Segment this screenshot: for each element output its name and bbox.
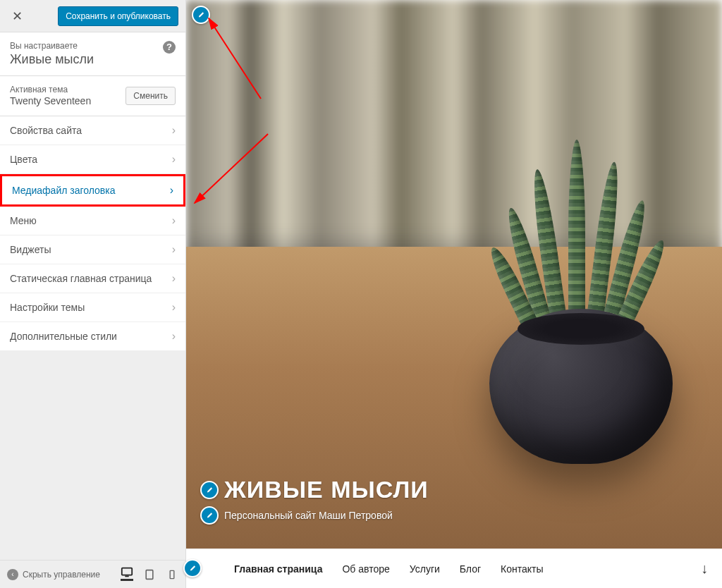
chevron-right-icon: › xyxy=(172,301,176,314)
edit-menu-button[interactable] xyxy=(183,559,202,577)
nav-item-label: Меню xyxy=(10,215,37,226)
svg-rect-1 xyxy=(125,576,128,577)
mobile-preview-icon[interactable] xyxy=(166,568,178,581)
menu-link-2[interactable]: Услуги xyxy=(410,563,440,575)
customizer-nav: Свойства сайта›Цвета›Медиафайл заголовка… xyxy=(0,116,185,351)
nav-item-label: Виджеты xyxy=(10,244,51,255)
chevron-right-icon: › xyxy=(172,272,176,285)
nav-item-label: Настройки темы xyxy=(10,302,85,313)
nav-item-label: Свойства сайта xyxy=(10,125,82,136)
tablet-preview-icon[interactable] xyxy=(143,568,156,581)
active-theme-section: Активная тема Twenty Seventeen Сменить xyxy=(0,76,185,116)
customizing-section: Вы настраиваете Живые мысли ? xyxy=(0,32,185,76)
sidebar-header: ✕ Сохранить и опубликовать xyxy=(0,0,185,32)
nav-item-label: Медиафайл заголовка xyxy=(12,185,116,196)
customizing-label: Вы настраиваете xyxy=(10,41,176,51)
close-button[interactable]: ✕ xyxy=(7,6,27,26)
active-theme-label: Активная тема xyxy=(10,85,91,94)
menu-link-3[interactable]: Блог xyxy=(460,563,481,575)
desktop-preview-icon[interactable] xyxy=(121,568,133,581)
chevron-right-icon: › xyxy=(172,243,176,256)
nav-item-2[interactable]: Медиафайл заголовка› xyxy=(0,174,185,207)
nav-item-3[interactable]: Меню› xyxy=(0,207,185,235)
change-theme-button[interactable]: Сменить xyxy=(126,87,176,105)
menu-link-1[interactable]: Об авторе xyxy=(342,563,389,575)
nav-item-6[interactable]: Настройки темы› xyxy=(0,293,185,322)
nav-item-label: Цвета xyxy=(10,154,37,165)
chevron-right-icon: › xyxy=(172,153,176,166)
pot-decoration xyxy=(489,309,673,464)
nav-item-label: Статическая главная страница xyxy=(10,273,152,284)
hero-background-image xyxy=(186,0,722,549)
preview-site-title[interactable]: ЖИВЫЕ МЫСЛИ xyxy=(224,476,429,503)
menu-link-0[interactable]: Главная страница xyxy=(234,563,322,575)
chevron-right-icon: › xyxy=(172,124,176,137)
nav-item-0[interactable]: Свойства сайта› xyxy=(0,116,185,145)
collapse-sidebar-button[interactable]: ‹ Скрыть управление xyxy=(7,569,100,580)
save-publish-button[interactable]: Сохранить и опубликовать xyxy=(58,6,178,26)
svg-rect-2 xyxy=(146,570,153,579)
site-title-text: Живые мысли xyxy=(10,52,176,67)
nav-item-4[interactable]: Виджеты› xyxy=(0,235,185,264)
customizer-sidebar: ✕ Сохранить и опубликовать Вы настраивае… xyxy=(0,0,186,588)
plant-decoration xyxy=(518,133,637,330)
nav-item-label: Дополнительные стили xyxy=(10,331,117,342)
svg-rect-0 xyxy=(122,568,132,575)
menu-link-4[interactable]: Контакты xyxy=(501,563,543,575)
preview-tagline: Персональный сайт Маши Петровой xyxy=(224,510,393,521)
device-preview-icons xyxy=(121,568,178,581)
nav-item-5[interactable]: Статическая главная страница› xyxy=(0,264,185,293)
collapse-icon: ‹ xyxy=(7,569,18,580)
edit-header-image-button[interactable] xyxy=(192,6,210,24)
edit-site-title-button[interactable] xyxy=(200,481,219,499)
chevron-right-icon: › xyxy=(172,330,176,343)
hero-text-block: ЖИВЫЕ МЫСЛИ Персональный сайт Маши Петро… xyxy=(200,476,429,527)
preview-menubar: Главная страницаОб автореУслугиБлогКонта… xyxy=(186,549,722,588)
chevron-right-icon: › xyxy=(170,184,173,197)
edit-tagline-button[interactable] xyxy=(200,506,219,525)
sidebar-footer: ‹ Скрыть управление xyxy=(0,560,185,588)
active-theme-name: Twenty Seventeen xyxy=(10,95,91,106)
collapse-label: Скрыть управление xyxy=(23,570,100,580)
nav-item-7[interactable]: Дополнительные стили› xyxy=(0,322,185,351)
site-preview: ЖИВЫЕ МЫСЛИ Персональный сайт Маши Петро… xyxy=(186,0,722,588)
hero-header: ЖИВЫЕ МЫСЛИ Персональный сайт Маши Петро… xyxy=(186,0,722,549)
nav-item-1[interactable]: Цвета› xyxy=(0,145,185,174)
help-icon[interactable]: ? xyxy=(163,41,176,54)
chevron-right-icon: › xyxy=(172,214,176,227)
svg-rect-3 xyxy=(170,570,174,578)
scroll-down-icon[interactable]: ↓ xyxy=(701,561,708,577)
